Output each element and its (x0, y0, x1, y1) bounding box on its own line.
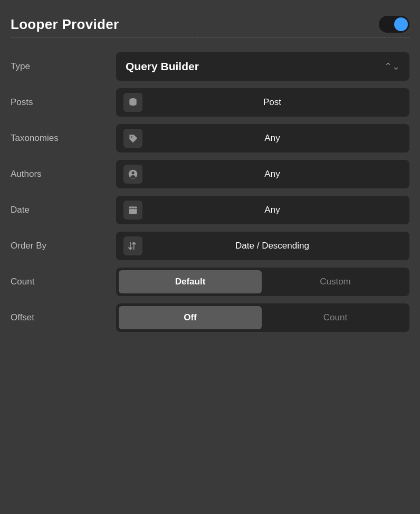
taxonomies-select[interactable]: Any (116, 124, 409, 153)
svg-rect-4 (129, 206, 137, 214)
database-icon (128, 97, 138, 108)
posts-label: Posts (11, 97, 116, 108)
count-row: Count Default Custom (11, 268, 409, 296)
date-control: Any (116, 196, 409, 224)
authors-icon-wrapper (123, 165, 142, 184)
order-by-control: Date / Descending (116, 232, 409, 260)
posts-icon-wrapper (123, 93, 142, 112)
taxonomies-value: Any (142, 133, 402, 144)
offset-control: Off Count (116, 303, 409, 332)
taxonomies-icon-wrapper (123, 129, 142, 148)
toggle-switch[interactable] (379, 16, 409, 33)
date-value: Any (142, 205, 402, 215)
svg-point-3 (132, 172, 135, 174)
offset-segmented: Off Count (116, 303, 409, 332)
tag-icon (128, 133, 138, 144)
taxonomies-label: Taxonomies (11, 133, 116, 144)
authors-value: Any (142, 169, 402, 179)
date-select[interactable]: Any (116, 196, 409, 224)
panel-title: Looper Provider (11, 16, 119, 33)
count-custom-segment[interactable]: Custom (264, 270, 407, 293)
count-default-segment[interactable]: Default (119, 270, 262, 293)
date-row: Date Any (11, 196, 409, 224)
panel-header: Looper Provider (11, 16, 409, 37)
user-circle-icon (128, 169, 138, 179)
panel: Looper Provider Type Query Builder ⌃⌄ Po… (11, 16, 409, 339)
order-by-row: Order By Date / Descending (11, 232, 409, 260)
authors-label: Authors (11, 169, 116, 179)
offset-row: Offset Off Count (11, 303, 409, 332)
type-label: Type (11, 61, 116, 72)
svg-point-1 (131, 136, 132, 138)
count-segmented: Default Custom (116, 268, 409, 296)
posts-select[interactable]: Post (116, 88, 409, 117)
offset-label: Offset (11, 312, 116, 323)
calendar-icon (128, 205, 138, 215)
taxonomies-control: Any (116, 124, 409, 153)
authors-row: Authors Any (11, 160, 409, 188)
chevron-updown-icon: ⌃⌄ (384, 61, 400, 72)
order-by-label: Order By (11, 241, 116, 251)
order-by-icon-wrapper (123, 236, 142, 255)
date-icon-wrapper (123, 201, 142, 220)
type-row: Type Query Builder ⌃⌄ (11, 52, 409, 81)
posts-control: Post (116, 88, 409, 117)
type-select[interactable]: Query Builder ⌃⌄ (116, 52, 409, 81)
offset-off-segment[interactable]: Off (119, 306, 262, 329)
order-by-value: Date / Descending (142, 241, 402, 251)
count-control: Default Custom (116, 268, 409, 296)
posts-value: Post (142, 97, 402, 108)
toggle-knob (394, 17, 408, 31)
type-control: Query Builder ⌃⌄ (116, 52, 409, 81)
type-select-text: Query Builder (126, 60, 384, 73)
sort-icon (128, 241, 138, 251)
order-by-select[interactable]: Date / Descending (116, 232, 409, 260)
authors-control: Any (116, 160, 409, 188)
posts-row: Posts Post (11, 88, 409, 117)
count-label: Count (11, 277, 116, 287)
offset-count-segment[interactable]: Count (264, 306, 407, 329)
taxonomies-row: Taxonomies Any (11, 124, 409, 153)
date-label: Date (11, 205, 116, 215)
authors-select[interactable]: Any (116, 160, 409, 188)
